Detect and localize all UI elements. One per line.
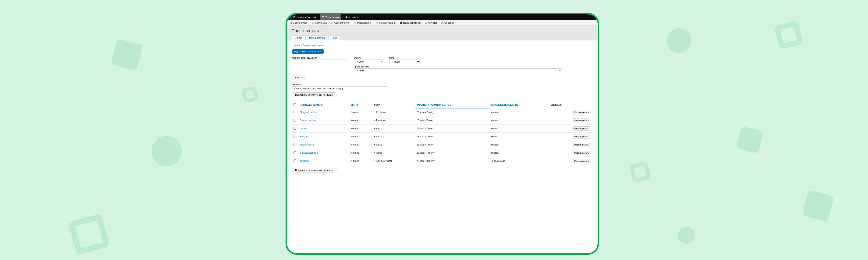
col-access[interactable]: ПОСЛЕДНЕЕ ПОСЕЩЕНИЕ [489, 102, 549, 108]
users-table: ИМЯ ПОЛЬЗОВАТЕЛЯ СТАТУС РОЛИ ЗАРЕГИСТРИР… [291, 102, 593, 165]
filter-name-input[interactable] [291, 60, 348, 64]
breadcrumb: Главная » Администрирование [291, 44, 593, 46]
filters-row-2: Право доступа - Любой - [354, 66, 593, 73]
filter-permission-label: Право доступа [354, 66, 593, 68]
back-icon [290, 16, 292, 18]
table-row: gofulljgva Активно Администратор 23 часа… [291, 157, 593, 165]
row-checkbox[interactable] [293, 159, 296, 162]
edit-button[interactable]: Редактировать [572, 151, 591, 155]
back-to-site-link[interactable]: Вернуться на сайт [288, 14, 317, 20]
admin-toolbar-top: Вернуться на сайт Управление Ярлыки [287, 14, 598, 20]
member-cell: 23 часа 47 минут [415, 141, 489, 149]
edit-button[interactable]: Редактировать [572, 118, 591, 122]
manage-link[interactable]: Управление [320, 14, 341, 20]
role-cell: Автор [374, 143, 382, 146]
username-link[interactable]: Grace Hamilton [300, 119, 316, 122]
page-title-text: Пользователи [291, 28, 319, 33]
menu-content[interactable]: Содержимое [288, 21, 308, 25]
extend-icon [354, 22, 356, 24]
tab-permissions[interactable]: Права доступа [306, 35, 328, 40]
row-checkbox[interactable] [293, 135, 296, 138]
svg-rect-3 [312, 23, 313, 24]
filters-row: Имя или email содержит Статус - Любой - … [291, 57, 593, 64]
filter-role-select[interactable]: - Любой - [389, 60, 420, 64]
username-link[interactable]: Holly Foat [300, 135, 310, 138]
filter-status-label: Статус [354, 57, 384, 59]
role-cell: Автор [374, 152, 382, 154]
col-roles: РОЛИ [372, 102, 415, 108]
structure-icon [312, 22, 314, 24]
edit-button[interactable]: Редактировать [572, 159, 591, 163]
edit-button[interactable]: Редактировать [572, 126, 591, 131]
username-link[interactable]: Margaret Hopper [300, 111, 317, 114]
svg-point-6 [401, 22, 402, 23]
access-cell: никогда [489, 116, 549, 124]
tab-list[interactable]: Список [291, 35, 306, 40]
member-cell: 23 часа 47 минут [415, 124, 489, 133]
shortcuts-link[interactable]: Ярлыки [344, 14, 359, 20]
col-member[interactable]: ЗАРЕГИСТРИРОВАН НА САЙТЕ▲ [415, 102, 489, 108]
toolbar-orientation-toggle[interactable] [593, 21, 596, 24]
menu-appearance[interactable]: Оформление [330, 21, 350, 25]
status-cell: Активно [349, 116, 372, 124]
row-checkbox[interactable] [293, 151, 296, 154]
username-link[interactable]: Umami [300, 127, 307, 130]
action-select[interactable]: Add the Administrator role to the select… [291, 86, 388, 91]
edit-button[interactable]: Редактировать [572, 110, 591, 114]
svg-point-5 [400, 22, 401, 23]
username-link[interactable]: Samuel Adamson [300, 152, 318, 154]
member-cell: 23 часа 47 минут [415, 149, 489, 157]
row-checkbox[interactable] [293, 143, 296, 146]
apply-button-top[interactable]: Применить к отмеченным позициям [291, 92, 337, 97]
select-all-checkbox[interactable] [293, 103, 296, 106]
filter-button[interactable]: Фильтр [291, 75, 306, 80]
add-user-button[interactable]: + Добавить пользователя [291, 49, 324, 54]
menu-extend[interactable]: Расширение [353, 21, 372, 25]
favorite-star-icon[interactable]: ☆ [320, 29, 323, 33]
username-link[interactable]: Megan Collins … [300, 143, 317, 146]
status-cell: Активно [349, 157, 372, 165]
tab-roles[interactable]: Роли [329, 35, 340, 40]
access-cell: 11 секунд ago [489, 157, 549, 165]
status-cell: Активно [349, 133, 372, 141]
col-ops: ОПЕРАЦИИ [549, 102, 593, 108]
menu-extend-label: Расширение [357, 21, 372, 24]
content-area: Главная » Администрирование + Добавить п… [287, 40, 598, 180]
member-cell: 23 часа 47 минут [415, 133, 489, 141]
role-cell: Редактор [374, 119, 386, 122]
shortcuts-label: Ярлыки [349, 16, 358, 19]
menu-people[interactable]: Пользователи [399, 21, 421, 25]
edit-button[interactable]: Редактировать [572, 135, 591, 139]
svg-point-0 [290, 16, 292, 18]
help-icon: ? [441, 22, 444, 24]
filter-permission-select[interactable]: - Любой - [354, 68, 562, 73]
row-checkbox[interactable] [293, 111, 296, 113]
menu-reports[interactable]: Отчёты [424, 21, 437, 25]
col-status[interactable]: СТАТУС [349, 102, 372, 108]
edit-button[interactable]: Редактировать [572, 143, 591, 147]
hamburger-icon [321, 16, 324, 18]
row-checkbox[interactable] [293, 127, 296, 129]
breadcrumb-admin[interactable]: Администрирование [303, 44, 324, 46]
member-cell: 23 часа 48 минут [415, 157, 489, 165]
apply-button-bottom[interactable]: Применить к отмеченным позициям [291, 168, 337, 173]
row-checkbox[interactable] [293, 119, 296, 121]
svg-rect-4 [313, 23, 314, 24]
wrench-icon [376, 22, 378, 24]
role-cell: Редактор [374, 111, 386, 114]
back-label: Вернуться на сайт [293, 16, 316, 19]
menu-help[interactable]: ? Справка [440, 21, 455, 25]
primary-tabs: Список Права доступа Роли [291, 35, 593, 40]
breadcrumb-home[interactable]: Главная [291, 44, 300, 46]
username-link[interactable]: gofulljgva [300, 160, 310, 162]
table-row: Megan Collins … Активно Автор 23 часа 47… [291, 141, 593, 149]
member-cell: 23 часа 47 минут [415, 108, 489, 116]
admin-menu: Содержимое Структура Оформление Расширен… [287, 20, 598, 26]
reports-icon [425, 22, 427, 24]
menu-structure[interactable]: Структура [311, 21, 328, 25]
menu-config[interactable]: Конфигурация [375, 21, 396, 25]
menu-appearance-label: Оформление [334, 21, 349, 24]
filter-status-select[interactable]: - Любой - [354, 60, 384, 64]
col-username[interactable]: ИМЯ ПОЛЬЗОВАТЕЛЯ [298, 102, 349, 108]
access-cell: никогда [489, 124, 549, 133]
